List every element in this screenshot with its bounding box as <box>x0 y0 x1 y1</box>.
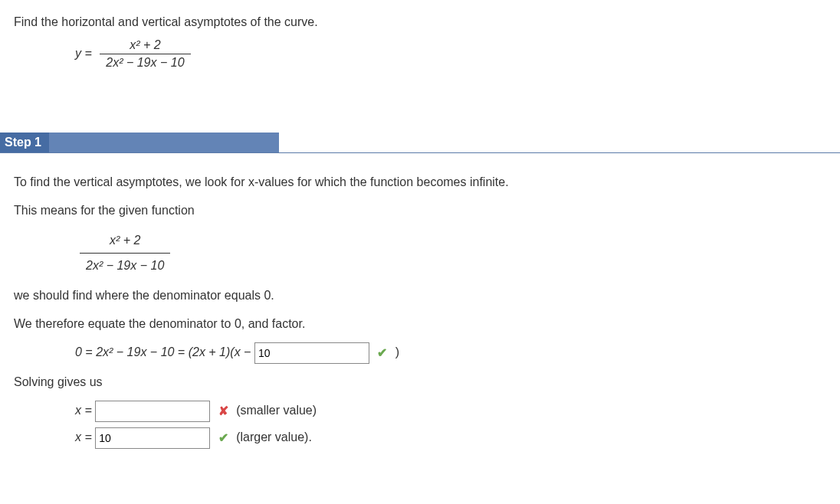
question-equation: y = x² + 2 2x² − 19x − 10 <box>75 37 826 71</box>
step-frac-num: x² + 2 <box>110 234 140 247</box>
larger-hint: (larger value). <box>236 430 312 443</box>
factor-equation-close: ) <box>395 345 399 358</box>
question-numerator: x² + 2 <box>130 38 160 51</box>
step-frac-den: 2x² − 19x − 10 <box>86 259 164 272</box>
check-icon: ✔ <box>218 431 228 444</box>
step-header: Step 1 <box>0 133 840 153</box>
solve-label-1: x = <box>75 404 92 417</box>
step-line2: This means for the given function <box>14 200 826 221</box>
smaller-hint: (smaller value) <box>236 404 317 417</box>
step-fraction-block: x² + 2 2x² − 19x − 10 <box>75 228 826 277</box>
factor-equation: 0 = 2x² − 19x − 10 = (2x + 1)(x − ✔ ) <box>75 342 826 364</box>
equation-lhs: y = <box>75 47 92 60</box>
smaller-value-input[interactable] <box>95 401 210 422</box>
x-icon: ✘ <box>218 404 228 417</box>
solve-label-2: x = <box>75 430 92 443</box>
solve-row-smaller: x = ✘ (smaller value) <box>75 400 826 422</box>
step-line4: We therefore equate the denominator to 0… <box>14 313 826 334</box>
step-line5: Solving gives us <box>14 371 826 392</box>
check-icon: ✔ <box>377 346 387 359</box>
question-denominator: 2x² − 19x − 10 <box>106 56 184 69</box>
larger-value-input[interactable] <box>95 427 210 449</box>
step-fraction: x² + 2 2x² − 19x − 10 <box>80 228 170 277</box>
solve-row-larger: x = ✔ (larger value). <box>75 427 826 449</box>
factor-input[interactable] <box>254 342 369 364</box>
step-line3: we should find where the denominator equ… <box>14 285 826 306</box>
question-fraction: x² + 2 2x² − 19x − 10 <box>100 37 190 71</box>
factor-equation-lead: 0 = 2x² − 19x − 10 = (2x + 1)(x − <box>75 345 254 358</box>
question-prompt: Find the horizontal and vertical asympto… <box>14 15 826 29</box>
step-highlight <box>49 133 279 152</box>
step-label: Step 1 <box>0 133 52 152</box>
step-line1: To find the vertical asymptotes, we look… <box>14 172 826 192</box>
step-body: To find the vertical asymptotes, we look… <box>0 153 840 469</box>
